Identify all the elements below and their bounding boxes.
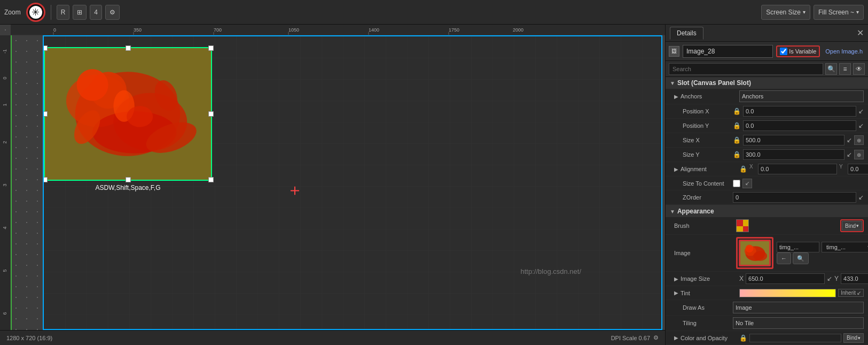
eye-btn[interactable]: 👁 [853,63,865,75]
position-y-row: Position Y 🔒 ↙ [666,119,868,133]
zoom-label: Zoom [4,9,21,16]
alignment-y-input[interactable] [848,164,868,174]
tint-color-strip[interactable] [739,289,836,297]
handle-ml[interactable] [43,111,48,117]
toolbar-btn-4[interactable]: 4 [90,5,102,20]
svg-text:1050: 1050 [288,27,299,33]
dragon-svg [45,48,211,180]
handle-mr[interactable] [208,111,214,117]
handle-br[interactable] [208,177,214,182]
position-y-input[interactable] [743,120,856,131]
zorder-label: ZOrder [674,194,733,201]
svg-text:2000: 2000 [513,27,523,33]
size-y-lock-icon: 🔒 [733,151,741,158]
right-panel: Details ✕ 🖼 Is Variable Open Image.h 🔍 [665,25,868,345]
zorder-input[interactable] [733,192,856,203]
color-opacity-bar[interactable] [749,334,841,342]
anchors-label: Anchors [681,93,739,99]
size-x-value: 🔒 ↙ ⊕ [733,135,864,145]
size-y-label: Size Y [674,151,733,158]
brush-bind-circle: Bind [840,219,864,232]
position-x-label: Position X [674,108,733,114]
image-size-y-input[interactable] [841,273,868,284]
svg-text:5: 5 [2,269,7,272]
brush-bind-btn[interactable]: Bind [842,221,862,231]
tiling-dropdown[interactable]: No Tile Horizontal Vertical Both [733,317,864,329]
slot-arrow-icon: ▼ [670,80,675,86]
alignment-x-input[interactable] [758,164,837,174]
fill-screen-dropdown[interactable]: Fill Screen ~ [814,5,864,20]
zorder-row: ZOrder ↙ [666,190,868,205]
anchors-dropdown[interactable]: Anchors [739,90,864,102]
brush-preview[interactable] [736,219,749,232]
brush-row: Brush Bind [666,217,868,235]
size-y-reset-btn[interactable]: ⊕ [854,150,864,159]
draw-as-dropdown[interactable]: Image Box Border [733,302,864,313]
image-widget[interactable]: ASDW,Shift,Space,F,G [44,47,212,181]
toolbar-settings-icon-btn[interactable]: ⚙ [105,5,120,20]
size-to-content-checkbox[interactable] [733,180,740,187]
list-view-icon: ≡ [843,65,847,73]
svg-point-40 [746,244,754,252]
appearance-section: ▼ Appearance Brush Bind [666,205,868,345]
handle-bl[interactable] [43,177,48,182]
handle-bm[interactable] [126,177,131,182]
size-x-input[interactable] [743,135,844,145]
image-thumbnail[interactable] [739,240,771,266]
appearance-header[interactable]: ▼ Appearance [666,205,868,217]
grid-icon: ⊞ [77,9,82,16]
toolbar-icon-btn-r[interactable]: R [57,5,70,20]
svg-point-39 [753,251,767,260]
image-widget-bg [45,48,211,180]
tab-details[interactable]: Details [670,27,703,40]
zoom-widget-toolbar: ✳ [26,3,45,22]
anchors-value-container: Anchors [739,90,864,102]
image-back-btn[interactable]: ← [777,252,791,264]
position-x-input[interactable] [743,106,856,117]
search-input[interactable] [669,63,823,75]
canvas-viewport[interactable]: ASDW,Shift,Space,F,G http://blog.csdn.ne… [43,35,662,330]
canvas-area[interactable]: 0 350 700 1050 1400 1750 2000 -1 0 1 [0,25,665,345]
component-name-input[interactable] [683,45,773,58]
position-x-arrow-icon: ↙ [858,108,864,115]
brush-controls: Bind [840,219,864,232]
image-thumb-svg [740,241,770,266]
slot-section: ▼ Slot (Canvas Panel Slot) ▶ Anchors Anc… [666,77,868,205]
size-to-content-row: Size To Content ↙ [666,177,868,190]
image-name-input[interactable] [777,242,819,252]
view-toggle-btn[interactable]: ≡ [839,63,851,75]
size-to-content-reset-btn[interactable]: ↙ [742,179,752,188]
component-icon-symbol: 🖼 [671,48,677,54]
tint-arrow: ▶ [674,290,678,296]
inherit-arrow: ↙ [857,290,861,296]
search-btn[interactable]: 🔍 [825,63,837,75]
is-variable-checkbox[interactable] [780,48,787,55]
handle-tr[interactable] [208,45,214,51]
color-opacity-bind-btn[interactable]: Bind [843,333,864,343]
dpi-scale: DPI Scale 0.67 ⚙ [611,334,659,341]
size-x-reset-btn[interactable]: ⊕ [854,135,864,145]
alignment-value: 🔒 X Y ↙ [739,164,868,174]
draw-as-row: Draw As Image Box Border [666,300,868,316]
is-variable-container[interactable]: Is Variable [776,45,820,57]
settings-gear-icon[interactable]: ⚙ [653,334,659,341]
open-image-btn[interactable]: Open Image.h [823,48,865,55]
image-search-btn[interactable]: 🔍 [793,252,809,264]
svg-text:1: 1 [2,103,7,106]
size-x-reset-icon[interactable]: ↙ [847,136,852,144]
image-asset-dropdown[interactable]: timg_... [822,242,868,252]
canvas-green-line [11,35,12,330]
image-row: Image [666,235,868,272]
handle-tm[interactable] [126,45,131,51]
image-size-x-arrow: ↙ [827,275,832,282]
svg-point-28 [77,69,108,101]
panel-close-btn[interactable]: ✕ [857,28,864,38]
slot-section-header[interactable]: ▼ Slot (Canvas Panel Slot) [666,77,868,89]
toolbar-grid-btn[interactable]: ⊞ [73,5,87,20]
size-y-reset-icon[interactable]: ↙ [847,151,852,158]
screen-size-dropdown[interactable]: Screen Size [761,5,810,20]
size-y-input[interactable] [743,149,844,160]
image-size-x-input[interactable] [746,273,825,284]
handle-tl[interactable] [43,45,48,51]
alignment-row: ▶ Alignment 🔒 X Y ↙ [666,162,868,177]
